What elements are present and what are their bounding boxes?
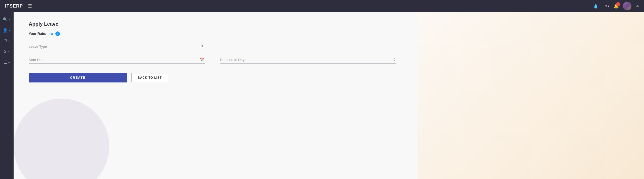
dollar-icon: $ [4, 49, 6, 54]
notification-badge: 1 [616, 2, 620, 6]
background-circle [14, 99, 109, 179]
list-icon: ☰ [4, 60, 7, 65]
sidebar-item-time[interactable]: ⏱ ► [0, 36, 14, 46]
duration-input[interactable] [220, 56, 396, 64]
info-icon[interactable]: i [55, 31, 60, 36]
rate-label: Your Rate: [29, 32, 46, 36]
sidebar-item-finance[interactable]: $ ► [0, 47, 14, 56]
form-section: Apply Leave Your Rate: 14 i Leave Type A… [14, 12, 416, 93]
leave-type-select-wrap: Leave Type Annual Leave Sick Leave Unpai… [29, 43, 205, 50]
spinner-down-icon[interactable]: ▼ [393, 60, 395, 62]
start-date-field: 📅 [29, 56, 205, 64]
exit-icon[interactable]: ➜ [635, 4, 639, 9]
start-date-input[interactable] [29, 56, 205, 64]
language-selector[interactable]: EN ▾ [602, 4, 610, 8]
duration-spinner: ▲ ▼ [393, 57, 395, 62]
leave-type-select[interactable]: Leave Type Annual Leave Sick Leave Unpai… [29, 43, 205, 50]
chevron-right-icon: ► [9, 18, 11, 21]
buttons-row: CREATE BACK TO LIST [29, 73, 404, 82]
form-bottom-row: 📅 ▲ ▼ [29, 56, 404, 64]
create-button[interactable]: CREATE [29, 73, 127, 82]
page-title: Apply Leave [29, 21, 404, 27]
content-area: Apply Leave Your Rate: 14 i Leave Type A… [14, 12, 644, 179]
spinner-up-icon[interactable]: ▲ [393, 57, 395, 60]
people-icon: 👤 [3, 28, 8, 33]
sidebar-item-list[interactable]: ☰ ► [0, 57, 14, 67]
rate-value: 14 [49, 32, 53, 36]
clock-icon: ⏱ [3, 39, 7, 43]
form-top-row: Leave Type Annual Leave Sick Leave Unpai… [29, 43, 404, 50]
start-date-input-wrap: 📅 [29, 56, 205, 64]
avatar[interactable] [623, 2, 631, 10]
bell-icon[interactable]: 🔔 1 [614, 4, 619, 9]
duration-field: ▲ ▼ [220, 56, 396, 64]
app-logo: ITSERP [5, 4, 23, 9]
sidebar-item-people[interactable]: 👤 ► [0, 25, 14, 35]
chevron-right-icon: ► [7, 50, 10, 53]
chevron-right-icon: ► [8, 61, 10, 64]
back-to-list-button[interactable]: BACK TO LIST [131, 73, 168, 82]
chevron-right-icon: ► [9, 29, 11, 32]
duration-input-wrap: ▲ ▼ [220, 56, 396, 64]
topnav-left: ITSERP ☰ [5, 3, 32, 9]
rate-row: Your Rate: 14 i [29, 31, 404, 36]
main-layout: 🔍 ► 👤 ► ⏱ ► $ ► ☰ ► Apply Leave Your Rat… [0, 12, 644, 179]
hamburger-icon[interactable]: ☰ [28, 3, 32, 9]
topnav-right: 💧 EN ▾ 🔔 1 ➜ [593, 2, 639, 10]
leave-type-field: Leave Type Annual Leave Sick Leave Unpai… [29, 43, 205, 50]
chevron-right-icon: ► [8, 40, 11, 42]
search-icon: 🔍 [3, 17, 8, 22]
sidebar: 🔍 ► 👤 ► ⏱ ► $ ► ☰ ► [0, 12, 14, 179]
background-gradient [418, 12, 644, 179]
water-drop-icon[interactable]: 💧 [593, 4, 598, 9]
sidebar-item-search[interactable]: 🔍 ► [0, 15, 14, 24]
language-label: EN [602, 4, 607, 8]
topnav: ITSERP ☰ 💧 EN ▾ 🔔 1 ➜ [0, 0, 644, 12]
language-arrow-icon: ▾ [608, 4, 610, 8]
